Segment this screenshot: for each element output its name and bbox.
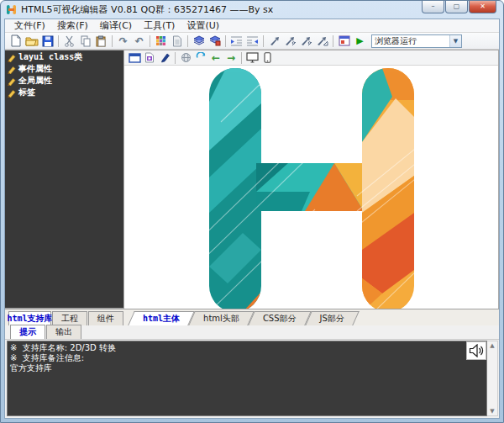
toolbar-separator <box>58 35 59 47</box>
sidebar-tabs: html支持库 工程 组件 <box>5 311 124 325</box>
tab-components[interactable]: 组件 <box>88 311 123 325</box>
run-target-value: 浏览器运行 <box>372 35 449 47</box>
blank-document-icon[interactable] <box>169 34 185 48</box>
run-target-dropdown[interactable]: 浏览器运行 ▼ <box>371 34 462 48</box>
toolbar-separator <box>175 52 176 64</box>
main-toolbar: ↷ ↶ <box>5 33 499 50</box>
desktop-preview-icon[interactable] <box>244 51 260 65</box>
mobile-preview-icon[interactable] <box>260 51 275 65</box>
speaker-icon[interactable] <box>466 341 486 360</box>
tab-js-section[interactable]: JS部分 <box>308 311 356 325</box>
tab-project[interactable]: 工程 <box>52 311 87 325</box>
indent-icon[interactable] <box>228 34 244 48</box>
ide-window-icon[interactable] <box>336 34 352 48</box>
tab-html-head[interactable]: html头部 <box>192 311 251 325</box>
maximize-button[interactable]: ▢ <box>445 1 468 13</box>
tab-html-support-lib[interactable]: html支持库 <box>8 311 51 325</box>
toolbar-separator <box>225 35 226 47</box>
tab-css-section[interactable]: CSS部分 <box>251 311 308 325</box>
pencil-icon <box>7 88 16 98</box>
close-button[interactable]: ✕ <box>469 1 496 13</box>
redo-icon[interactable]: ↷ <box>115 34 131 48</box>
tree-item-tags[interactable]: 标签 <box>5 87 123 98</box>
style-layers-icon-2[interactable] <box>207 34 223 48</box>
tree-item-global-attrs[interactable]: 全局属性 <box>5 75 123 87</box>
app-frame: 文件(F) 搜索(F) 编译(C) 工具(T) 设置(U) <box>4 19 500 419</box>
undo-icon[interactable]: ↶ <box>131 34 147 48</box>
preview-toolbar: ← → <box>124 50 498 66</box>
app-logo-icon <box>6 4 17 15</box>
scroll-down-icon[interactable]: ▼ <box>490 407 494 415</box>
console-scrollbar[interactable]: ▲ ▼ <box>487 341 498 416</box>
toolbar-separator <box>333 35 333 47</box>
menu-tools[interactable]: 工具(T) <box>138 19 181 33</box>
toolbar-separator <box>150 35 150 47</box>
tree-item-label: layui class类 <box>18 51 82 63</box>
dropdown-arrow-icon[interactable]: ▼ <box>449 35 461 47</box>
app-window: HTML5可视化编辑器 V0.81 QQ群：635271467 ——By sx … <box>0 0 504 423</box>
style-layers-icon-1[interactable] <box>191 34 207 48</box>
menu-settings[interactable]: 设置(U) <box>181 19 225 33</box>
editor-tabs: html主体 html头部 CSS部分 JS部分 <box>124 311 499 325</box>
save-icon[interactable] <box>39 34 55 48</box>
hints-console: ※ 支持库名称: 2D/3D 转换 ※ 支持库备注信息: 官方支持库 <box>7 341 487 416</box>
paste-icon[interactable] <box>93 34 109 48</box>
globe-icon[interactable] <box>178 51 193 65</box>
support-library-tree: layui class类 事件属性 全局属性 <box>5 50 124 309</box>
convert-arrow-icon-4[interactable] <box>314 34 330 48</box>
tree-item-label: 标签 <box>18 87 35 98</box>
pencil-icon <box>7 65 16 74</box>
tree-item-event-attrs[interactable]: 事件属性 <box>5 63 123 75</box>
outdent-icon[interactable] <box>244 34 260 48</box>
convert-arrow-icon-3[interactable] <box>298 34 314 48</box>
toolbar-separator <box>263 35 264 47</box>
html-document-icon[interactable] <box>142 51 157 65</box>
console-wrap: ※ 支持库名称: 2D/3D 转换 ※ 支持库备注信息: 官方支持库 ▲ ▼ <box>5 340 499 418</box>
hbuilder-logo <box>209 68 414 309</box>
back-arrow-icon[interactable]: ← <box>208 51 223 65</box>
menu-file[interactable]: 文件(F) <box>8 19 51 33</box>
cut-icon[interactable] <box>61 34 77 48</box>
console-line: 官方支持库 <box>10 363 484 373</box>
tab-html-body[interactable]: html主体 <box>131 311 192 325</box>
minimize-button[interactable]: – <box>422 1 444 13</box>
pencil-icon <box>7 53 16 62</box>
bottom-tabs: 提示 输出 <box>5 325 499 340</box>
forward-arrow-icon[interactable]: → <box>223 51 239 65</box>
convert-arrow-icon-2[interactable] <box>282 34 298 48</box>
menu-search[interactable]: 搜索(F) <box>51 19 94 33</box>
bottom-panel: 提示 输出 ※ 支持库名称: 2D/3D 转换 ※ 支持库备注信息: 官方支持库… <box>5 325 499 418</box>
convert-arrow-icon-1[interactable] <box>266 34 282 48</box>
toolbar-separator <box>187 35 188 47</box>
tree-item-label: 全局属性 <box>18 75 52 87</box>
toolbar-separator <box>112 35 113 47</box>
toolbar-separator <box>241 52 242 64</box>
open-file-icon[interactable] <box>24 34 39 48</box>
refresh-icon[interactable] <box>193 51 208 65</box>
tree-item-label: 事件属性 <box>18 63 52 75</box>
tree-item-layui-class[interactable]: layui class类 <box>5 51 123 63</box>
browser-window-icon[interactable] <box>127 51 142 65</box>
design-canvas <box>124 66 498 309</box>
console-line: ※ 支持库备注信息: <box>10 353 484 363</box>
copy-icon[interactable] <box>77 34 93 48</box>
tabs-row: html支持库 工程 组件 html主体 html头部 CSS部分 JS部分 <box>5 309 499 325</box>
run-icon[interactable]: ▶ <box>352 34 368 48</box>
menu-compile[interactable]: 编译(C) <box>94 19 138 33</box>
scroll-up-icon[interactable]: ▲ <box>490 341 494 350</box>
console-line: ※ 支持库名称: 2D/3D 转换 <box>10 343 484 353</box>
edit-pen-icon[interactable] <box>157 51 172 65</box>
tab-hints[interactable]: 提示 <box>10 325 45 339</box>
color-palette-icon[interactable] <box>153 34 169 48</box>
tab-output[interactable]: 输出 <box>46 325 81 339</box>
new-file-icon[interactable] <box>8 34 24 48</box>
pencil-icon <box>7 77 16 86</box>
titlebar[interactable]: HTML5可视化编辑器 V0.81 QQ群：635271467 ——By sx … <box>1 1 503 19</box>
menubar: 文件(F) 搜索(F) 编译(C) 工具(T) 设置(U) <box>5 19 499 33</box>
window-title: HTML5可视化编辑器 V0.81 QQ群：635271467 ——By sx <box>21 3 273 16</box>
